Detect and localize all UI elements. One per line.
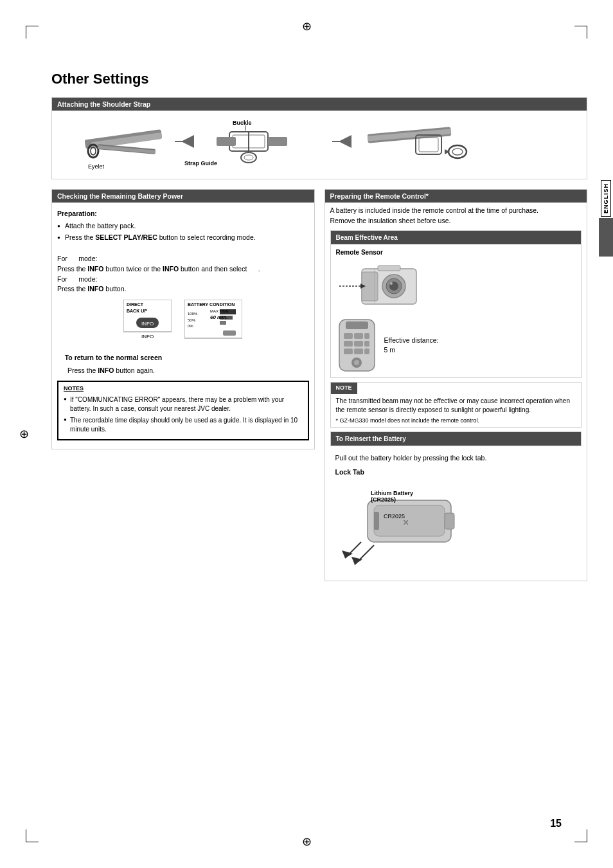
svg-rect-69 [374,512,379,530]
remote-sensor-label: Remote Sensor [336,248,576,257]
svg-text:Strap Guide: Strap Guide [184,160,217,167]
return-text: To return to the normal screen [57,353,309,363]
page-title: Other Settings [51,71,587,87]
battery-bullet-1: Attach the battery pack. [57,221,309,231]
note-asterisk: * GZ-MG330 model does not include the re… [336,417,576,425]
effective-distance-value: 5 m [384,345,439,356]
language-sidebar: ENGLISH [599,180,613,257]
beam-effective-area-box: Beam Effective Area Remote Sensor [330,230,582,379]
beam-effective-area-header: Beam Effective Area [331,231,582,244]
battery-section: Checking the Remaining Battery Power Pre… [51,189,315,449]
battery-condition-box: BATTERY CONDITION 100% 50% MAX TIME 60 m… [184,300,242,348]
camera-svg [336,259,420,311]
battery-body1: For mode: [57,254,309,264]
svg-text:INFO: INFO [141,321,154,327]
svg-rect-78 [445,513,454,529]
reinsert-battery-header: To Reinsert the Battery [331,432,582,446]
main-content: Other Settings Attaching the Shoulder St… [51,71,587,588]
note-content: The transmitted beam may not be effectiv… [331,394,582,428]
svg-text:BATTERY CONDITION: BATTERY CONDITION [188,302,235,307]
svg-rect-43 [223,330,236,336]
battery-condition-svg: BATTERY CONDITION 100% 50% MAX TIME 60 m… [184,300,242,345]
svg-rect-62 [344,348,353,354]
svg-text:Buckle: Buckle [233,120,252,126]
right-column: Preparing the Remote Control* A battery … [324,189,588,588]
remote-intro2: Remove the insulation sheet before use. [330,216,582,226]
remote-sensor-area: Remote Sensor [336,248,576,314]
svg-point-17 [244,155,253,160]
svg-text:CR2025: CR2025 [384,513,405,520]
effective-distance-label: Effective distance: [384,336,439,346]
remote-control-svg [336,316,378,374]
page-number: 15 [550,818,562,829]
svg-text:MAX TIME: MAX TIME [210,309,229,313]
svg-point-24 [449,145,466,158]
registration-mark-top: ⊕ [302,19,312,33]
svg-text:60 min.: 60 min. [210,314,228,320]
svg-text:DIRECT: DIRECT [127,302,144,307]
svg-rect-13 [217,137,236,146]
battery-section-header: Checking the Remaining Battery Power [52,190,314,203]
remote-sensor-row: Remote Sensor [336,248,576,314]
svg-rect-50 [378,266,400,271]
battery-body4: Press the INFO button. [57,284,309,294]
svg-rect-61 [364,341,369,347]
return-instruction: Press the INFO button again. [57,366,309,376]
battery-body3: For mode: [57,275,309,285]
notes-box: NOTES If "COMMUNICATING ERROR" appears, … [57,381,309,440]
note-item-1: If "COMMUNICATING ERROR" appears, there … [64,395,303,413]
svg-point-66 [354,360,359,365]
battery-reinsert-content: Pull out the battery holder by pressing … [330,450,582,577]
beam-effective-area-content: Remote Sensor [331,244,582,378]
registration-mark-left: ⊕ [19,427,29,441]
reinsert-text: Pull out the battery holder by pressing … [335,453,577,464]
svg-rect-68 [374,505,445,536]
crop-mark-tl [26,26,39,39]
remote-control-row: Effective distance: 5 m [336,316,576,374]
two-column-layout: Checking the Remaining Battery Power Pre… [51,189,587,588]
svg-rect-58 [364,333,369,339]
registration-mark-bottom: ⊕ [302,835,312,849]
svg-text:×: × [403,517,409,528]
svg-rect-41 [220,321,226,325]
svg-text:BACK UP: BACK UP [127,309,147,313]
reinsert-battery-box: To Reinsert the Battery [330,431,582,446]
battery-reinsert-svg: CR2025 × Lithium Battery [335,481,464,571]
svg-text:Lithium Battery: Lithium Battery [371,490,413,496]
remote-content: A battery is included inside the remote … [325,203,587,581]
svg-text:Eyelet: Eyelet [88,163,105,170]
svg-rect-55 [346,321,368,329]
svg-point-16 [241,152,256,163]
battery-reinsert-illustration: CR2025 × Lithium Battery [335,481,577,574]
notes-list: If "COMMUNICATING ERROR" appears, there … [64,395,303,434]
remote-section: Preparing the Remote Control* A battery … [324,189,588,581]
svg-rect-23 [419,138,438,152]
svg-rect-63 [354,348,363,354]
strap-section: Attaching the Shoulder Strap Eyelet [51,97,587,179]
svg-rect-57 [354,333,363,339]
info-illustration: DIRECT BACK UP INFO INFO [57,300,309,348]
notes-title: NOTES [64,384,303,393]
crop-mark-bl [26,829,39,842]
svg-text:INFO: INFO [141,334,154,339]
lock-tab-label: Lock Tab [335,467,577,478]
strap-illustration: Eyelet B [52,111,587,179]
svg-point-48 [390,282,393,285]
svg-text:100%: 100% [188,312,198,316]
language-block [599,218,613,257]
direct-backup-svg: DIRECT BACK UP INFO INFO [123,300,172,345]
svg-rect-59 [344,341,353,347]
remote-intro: A battery is included inside the remote … [330,206,582,216]
svg-rect-14 [268,137,287,146]
battery-bullet-2: Press the SELECT PLAY/REC button to sele… [57,233,309,243]
battery-content: Preparation: Attach the battery pack. Pr… [52,206,314,449]
note-header: NOTE [331,383,357,394]
note-text: The transmitted beam may not be effectiv… [336,397,576,415]
strap-svg: Eyelet B [57,116,582,174]
battery-body2: Press the INFO button twice or the INFO … [57,264,309,275]
remote-section-header: Preparing the Remote Control* [325,190,587,203]
crop-mark-br [574,829,587,842]
crop-mark-tr [574,26,587,39]
note-box: NOTE The transmitted beam may not be eff… [330,382,582,428]
effective-distance-block: Effective distance: 5 m [384,336,439,356]
